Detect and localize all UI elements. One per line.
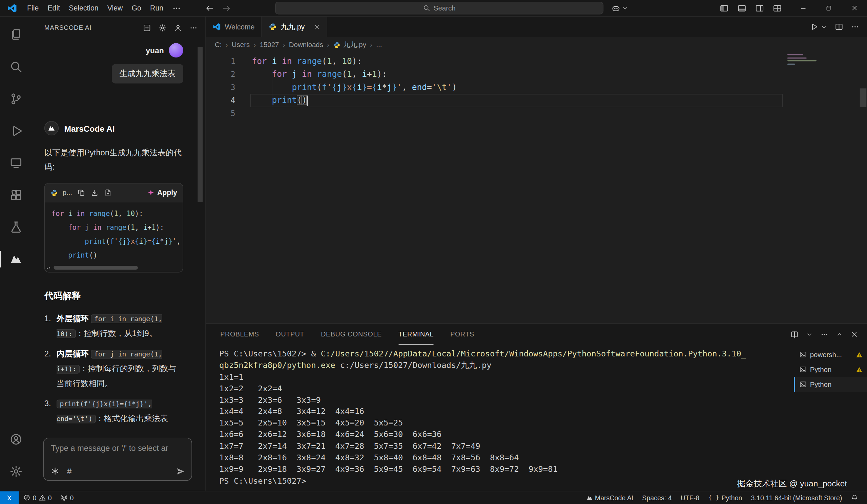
nav-forward-button[interactable] <box>222 4 231 12</box>
terminal-line: 1x6=6 2x6=12 3x6=18 4x6=24 5x6=30 6x6=36 <box>219 429 794 440</box>
editor-scrollbar-thumb[interactable] <box>860 88 867 107</box>
line-number[interactable]: 1 <box>206 55 235 68</box>
line-number[interactable]: 5 <box>206 107 235 120</box>
editor-code-lines[interactable]: for i in range(1, 10): for j in range(1,… <box>252 55 457 120</box>
model-picker-button[interactable] <box>51 467 59 475</box>
layout-sidebar-right-button[interactable] <box>755 4 764 12</box>
menu-view[interactable]: View <box>103 2 127 14</box>
menu-file[interactable]: File <box>23 2 43 14</box>
code-insert-cursor-button[interactable] <box>91 189 99 197</box>
editor-tab-九九.py[interactable]: 九九.py <box>262 17 327 37</box>
line-number[interactable]: 4 <box>206 94 235 107</box>
ports-status[interactable]: 0 <box>56 491 78 504</box>
breadcrumb-item[interactable]: C: <box>215 41 222 49</box>
editor-gutter[interactable]: 12345 <box>206 55 235 120</box>
chat-scrollbar-thumb[interactable] <box>197 47 203 202</box>
minimap-line <box>788 54 803 55</box>
status-3-10-11-64-bit-microsoft-store-[interactable]: 3.10.11 64-bit (Microsoft Store) <box>747 491 847 504</box>
panel-tab-debug-console[interactable]: DEBUG CONSOLE <box>321 324 382 345</box>
activitybar-source-control[interactable] <box>0 83 32 115</box>
window-restore-button[interactable] <box>816 0 842 16</box>
sidebar-account-button[interactable] <box>174 23 182 32</box>
menu-selection[interactable]: Selection <box>64 2 103 14</box>
status-python[interactable]: { }Python <box>704 491 746 504</box>
panel-action-chevron-up[interactable] <box>836 331 843 338</box>
breadcrumb-item[interactable]: Users <box>232 41 250 49</box>
watermark-text: 掘金技术社区 @ yuan_pocket <box>737 479 847 489</box>
window-minimize-button[interactable] <box>790 0 816 16</box>
code-block-hscrollbar[interactable] <box>45 263 183 272</box>
marscode-icon <box>10 252 23 266</box>
status-marscode-ai[interactable]: MarsCode AI <box>582 491 638 504</box>
activitybar-extensions[interactable] <box>0 179 32 211</box>
editor-action-more[interactable] <box>851 23 859 31</box>
minimap[interactable] <box>788 54 859 286</box>
panel-actions <box>790 330 858 338</box>
code-editor[interactable]: 12345 for i in range(1, 10): for j in ra… <box>206 52 867 323</box>
command-center-search[interactable]: Search <box>275 2 603 14</box>
activitybar-search[interactable] <box>0 51 32 83</box>
line-number[interactable]: 2 <box>206 68 235 81</box>
code-copy-button[interactable] <box>78 189 85 197</box>
panel-tab-terminal[interactable]: TERMINAL <box>398 324 434 345</box>
activitybar-testing[interactable] <box>0 211 32 243</box>
copilot-menu[interactable] <box>611 0 629 17</box>
status-bell[interactable] <box>847 491 863 504</box>
menu-edit[interactable]: Edit <box>43 2 64 14</box>
editor-action-split-editor[interactable] <box>835 23 843 31</box>
problems-status[interactable]: 00 <box>19 491 56 504</box>
panel-action-split-panel[interactable] <box>790 330 798 338</box>
terminal-tab-Python[interactable]: Python <box>794 377 867 392</box>
breadcrumb-item[interactable]: 九九.py <box>333 40 366 50</box>
panel-tab-ports[interactable]: PORTS <box>450 324 474 345</box>
layout-grid-button[interactable] <box>773 4 782 12</box>
code-new-file-button[interactable] <box>104 189 112 197</box>
breadcrumb-item[interactable]: Downloads <box>289 41 323 49</box>
panel-tabs: PROBLEMSOUTPUTDEBUG CONSOLETERMINALPORTS <box>220 324 474 345</box>
chevron-down-icon[interactable] <box>622 5 629 12</box>
activitybar-explorer[interactable] <box>0 19 32 51</box>
breadcrumb-item[interactable]: ... <box>376 41 382 49</box>
line-number[interactable]: 3 <box>206 81 235 94</box>
panel-action-more[interactable] <box>821 330 828 338</box>
panel-action-chevron-down[interactable] <box>806 331 813 338</box>
sidebar-more-button[interactable] <box>189 23 198 32</box>
activitybar-remote-explorer[interactable] <box>0 147 32 179</box>
layout-sidebar-left-button[interactable] <box>720 4 728 12</box>
terminal-tab-powersh[interactable]: powersh... <box>794 347 867 362</box>
activitybar-manage[interactable] <box>0 455 32 487</box>
chat-input[interactable]: Type a message or '/' to select ar # <box>43 438 192 481</box>
window-close-button[interactable] <box>842 0 867 16</box>
terminal-tab-Python[interactable]: Python <box>794 362 867 377</box>
remote-indicator[interactable] <box>0 491 19 504</box>
close-tab-icon[interactable] <box>314 24 320 30</box>
panel-tab-output[interactable]: OUTPUT <box>276 324 304 345</box>
status-spaces-4[interactable]: Spaces: 4 <box>638 491 676 504</box>
activitybar-marscode[interactable] <box>0 243 32 275</box>
copilot-icon[interactable] <box>611 4 621 13</box>
terminal-line: 1x7=7 2x7=14 3x7=21 4x7=28 5x7=35 6x7=42… <box>219 440 794 452</box>
context-hash-button[interactable]: # <box>67 467 72 476</box>
editor-action-play[interactable] <box>810 23 818 31</box>
nav-back-button[interactable] <box>205 4 214 12</box>
editor-tab-Welcome[interactable]: Welcome <box>206 17 262 37</box>
panel-tab-problems[interactable]: PROBLEMS <box>220 324 259 345</box>
breadcrumb-item[interactable]: 15027 <box>260 41 279 49</box>
menu-go[interactable]: Go <box>127 2 146 14</box>
layout-panel-button[interactable] <box>738 4 746 12</box>
activitybar-accounts[interactable] <box>0 424 32 456</box>
more-icon <box>172 4 181 12</box>
panel-action-close[interactable] <box>850 330 858 338</box>
menubar-more-button[interactable] <box>169 4 184 12</box>
terminal[interactable]: PS C:\Users\15027> & C:/Users/15027/AppD… <box>206 345 794 491</box>
editor-action-chevron-down[interactable] <box>821 23 827 30</box>
sidebar-settings-gear-button[interactable] <box>158 23 167 32</box>
activitybar-run-and-debug[interactable] <box>0 115 32 147</box>
sidebar-new-chat-button[interactable] <box>143 23 151 32</box>
status-utf-8[interactable]: UTF-8 <box>676 491 704 504</box>
menu-run[interactable]: Run <box>146 2 168 14</box>
apply-button[interactable]: Apply <box>147 188 177 197</box>
send-button[interactable] <box>176 467 185 475</box>
scroll-left-icon[interactable] <box>47 265 52 271</box>
hscrollbar-thumb[interactable] <box>54 266 138 270</box>
